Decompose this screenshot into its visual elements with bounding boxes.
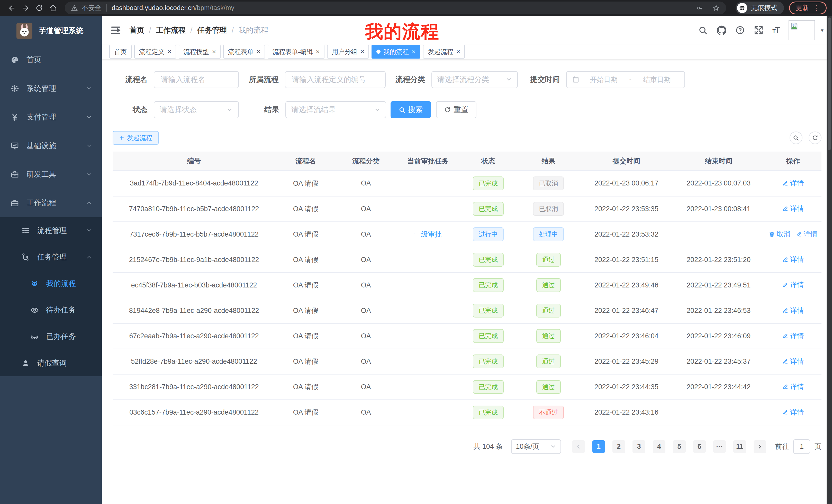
detail-action-link[interactable]: 详情 <box>782 280 804 289</box>
tab-close-icon[interactable]: × <box>412 49 415 55</box>
detail-action-link[interactable]: 详情 <box>796 229 817 239</box>
cell-end-time: 2022-01-22 23:45:37 <box>673 349 765 374</box>
forward-button[interactable] <box>19 2 32 15</box>
update-button[interactable]: 更新 ⋮ <box>789 2 827 15</box>
page-button-6[interactable]: 6 <box>693 440 706 453</box>
detail-action-link[interactable]: 详情 <box>782 204 804 213</box>
back-button[interactable] <box>5 2 18 15</box>
current-task-link[interactable]: 一级审批 <box>414 230 442 238</box>
detail-action-link[interactable]: 详情 <box>782 382 804 391</box>
sidebar-item-workflow[interactable]: 工作流程 <box>0 189 102 217</box>
result-select[interactable]: 请选择流结果 <box>285 101 386 118</box>
hamburger-icon[interactable] <box>110 25 121 35</box>
detail-action-link[interactable]: 详情 <box>782 255 804 264</box>
tab-process-definition[interactable]: 流程定义× <box>134 45 176 59</box>
detail-action-link[interactable]: 详情 <box>782 306 804 315</box>
detail-action-link[interactable]: 详情 <box>782 408 804 417</box>
page-button-3[interactable]: 3 <box>632 440 645 453</box>
reset-button[interactable]: 重置 <box>436 101 476 118</box>
tab-close-icon[interactable]: × <box>361 49 364 55</box>
table-row: 7317cec6-7b9b-11ec-b5b7-acde48001122OA 请… <box>113 222 822 247</box>
cell-process-name: OA 请假 <box>276 171 336 196</box>
page-ellipsis[interactable]: ··· <box>713 440 726 453</box>
avatar[interactable] <box>788 20 815 40</box>
cell-process-id: ec45f38f-7b9a-11ec-b03b-acde48001122 <box>113 273 276 298</box>
tab-close-icon[interactable]: × <box>167 49 171 55</box>
help-icon[interactable] <box>735 25 745 35</box>
chevron-down-icon[interactable]: ▾ <box>821 27 824 33</box>
sidebar-item-home[interactable]: 首页 <box>0 46 102 74</box>
pen-icon <box>782 384 788 390</box>
detail-action-link[interactable]: 详情 <box>782 331 804 341</box>
create-process-button[interactable]: 发起流程 <box>113 131 159 145</box>
sidebar-item-label: 支付管理 <box>26 112 56 122</box>
scrollbar-thumb[interactable] <box>828 18 831 150</box>
tab-close-icon[interactable]: × <box>457 49 460 55</box>
search-button[interactable]: 搜索 <box>391 101 431 118</box>
status-badge: 进行中 <box>473 227 504 241</box>
app-logo[interactable]: 芋道管理系统 <box>0 16 102 46</box>
search-icon[interactable] <box>698 25 707 35</box>
sidebar-item-leave-query[interactable]: 请假查询 <box>0 350 102 376</box>
breadcrumb-item[interactable]: 工作流程 <box>156 25 186 35</box>
range-separator: - <box>628 76 632 83</box>
home-button[interactable] <box>47 2 60 15</box>
breadcrumb-item[interactable]: 首页 <box>130 25 145 35</box>
category-select[interactable]: 请选择流程分类 <box>432 71 518 88</box>
tab-process-model[interactable]: 流程模型× <box>179 45 220 59</box>
chevron-down-icon <box>86 85 92 92</box>
cell-status: 已完成 <box>460 400 517 425</box>
cell-actions: 详情 <box>765 171 822 196</box>
tab-process-form-edit[interactable]: 流程表单-编辑× <box>268 45 324 59</box>
next-page-button[interactable] <box>754 440 766 453</box>
page-button-11[interactable]: 11 <box>733 440 746 453</box>
prev-page-button[interactable] <box>572 440 585 453</box>
sidebar-item-my-process[interactable]: 我的流程 <box>0 270 102 297</box>
refresh-table-button[interactable] <box>809 132 822 144</box>
sidebar-item-system[interactable]: 系统管理 <box>0 74 102 103</box>
github-icon[interactable] <box>717 25 726 35</box>
star-icon[interactable] <box>713 5 720 11</box>
fullscreen-icon[interactable] <box>754 25 763 35</box>
page-button-4[interactable]: 4 <box>653 440 666 453</box>
search-icon <box>398 106 406 113</box>
cancel-action-link[interactable]: 取消 <box>769 229 790 239</box>
key-icon[interactable] <box>696 5 703 11</box>
page-size-select[interactable]: 10条/页 <box>511 439 561 454</box>
scrollbar[interactable] <box>827 16 832 504</box>
status-select[interactable]: 请选择状态 <box>154 101 239 118</box>
goto-page-input[interactable] <box>793 439 810 454</box>
font-size-icon[interactable]: TT <box>772 26 779 35</box>
tab-user-group[interactable]: 用户分组× <box>327 45 369 59</box>
page-button-1[interactable]: 1 <box>592 440 605 453</box>
search-toggle-button[interactable] <box>789 132 802 144</box>
tab-close-icon[interactable]: × <box>316 49 319 55</box>
tab-process-form[interactable]: 流程表单× <box>223 45 265 59</box>
sidebar-item-task-mgmt[interactable]: 任务管理 <box>0 244 102 270</box>
reload-button[interactable] <box>33 2 46 15</box>
sidebar-item-done-tasks[interactable]: 已办任务 <box>0 324 102 350</box>
sidebar-item-payment[interactable]: 支付管理 <box>0 103 102 131</box>
address-bar[interactable]: 不安全 dashboard.yudao.iocoder.cn/bpm/task/… <box>65 2 726 15</box>
detail-action-link[interactable]: 详情 <box>782 357 804 366</box>
menu-dots-icon[interactable]: ⋮ <box>813 5 820 11</box>
status-filter-label: 状态 <box>113 105 154 115</box>
page-button-5[interactable]: 5 <box>673 440 686 453</box>
detail-action-link[interactable]: 详情 <box>782 178 804 188</box>
tab-my-process[interactable]: 我的流程× <box>371 45 420 59</box>
security-label: 不安全 <box>82 3 102 12</box>
tab-home[interactable]: 首页 <box>109 45 132 59</box>
tab-start-process[interactable]: 发起流程× <box>423 45 465 59</box>
sidebar-item-todo-tasks[interactable]: 待办任务 <box>0 297 102 324</box>
name-filter-input[interactable] <box>154 71 239 88</box>
date-range-picker[interactable]: 开始日期 - 结束日期 <box>566 71 685 88</box>
process-filter-input[interactable] <box>285 71 386 88</box>
pagination: 共 104 条 10条/页 123456···11 前往 页 <box>113 439 822 465</box>
page-button-2[interactable]: 2 <box>613 440 625 453</box>
sidebar-item-infrastructure[interactable]: 基础设施 <box>0 132 102 160</box>
tab-close-icon[interactable]: × <box>257 49 260 55</box>
breadcrumb-item[interactable]: 任务管理 <box>197 25 227 35</box>
sidebar-item-process-mgmt[interactable]: 流程管理 <box>0 217 102 244</box>
tab-close-icon[interactable]: × <box>212 49 216 55</box>
sidebar-item-devtools[interactable]: 研发工具 <box>0 160 102 189</box>
